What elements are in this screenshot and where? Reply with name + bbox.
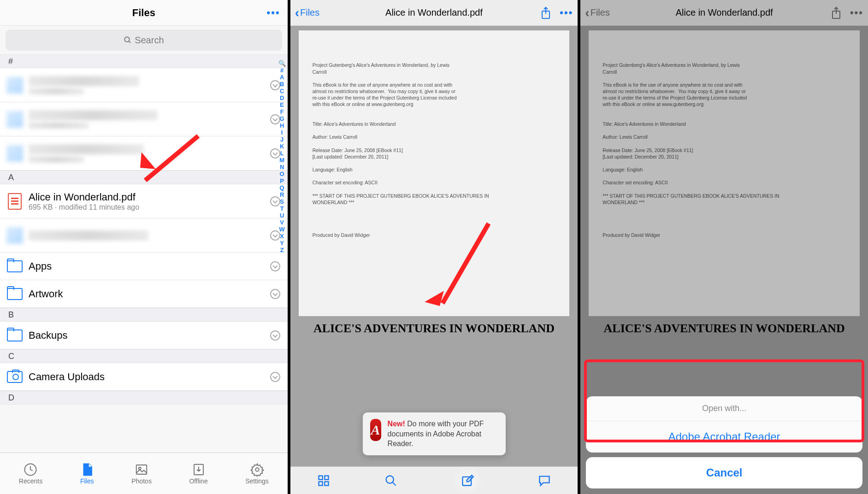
list-item[interactable]: [0, 218, 288, 253]
folder-icon: [6, 286, 23, 302]
folder-artwork[interactable]: Artwork: [0, 280, 288, 308]
nav-bar: Files •••: [0, 0, 288, 26]
svg-rect-3: [136, 465, 147, 474]
file-icon: [80, 463, 94, 476]
folder-icon: [6, 327, 23, 344]
tab-photos[interactable]: Photos: [131, 463, 152, 485]
alpha-index[interactable]: 🔍#ABCDEFGHIJKLMNOPQRSTUVWXYZ: [278, 60, 286, 253]
folder-apps[interactable]: Apps: [0, 253, 288, 280]
files-list[interactable]: # A Alice in Wonderland.pdf 695 KB · mod…: [0, 54, 288, 453]
svg-point-0: [124, 37, 130, 42]
tab-settings[interactable]: Settings: [245, 463, 269, 485]
section-header: C: [0, 349, 288, 363]
folder-label: Backups: [29, 329, 67, 341]
gear-icon: [250, 463, 264, 476]
cancel-button[interactable]: Cancel: [586, 457, 862, 488]
folder-label: Camera Uploads: [29, 371, 105, 383]
folder-label: Apps: [29, 260, 52, 272]
sheet-header: Open with...: [586, 396, 862, 421]
chevron-down-icon[interactable]: [270, 261, 280, 271]
pdf-icon: [6, 193, 23, 210]
tab-offline[interactable]: Offline: [189, 463, 207, 485]
list-item[interactable]: [0, 136, 288, 171]
svg-line-1: [129, 41, 130, 43]
clock-icon: [24, 463, 37, 476]
folder-camera-uploads[interactable]: Camera Uploads: [0, 363, 288, 391]
chevron-down-icon[interactable]: [270, 330, 280, 341]
list-item[interactable]: [0, 68, 288, 102]
section-header: B: [0, 308, 288, 322]
list-item[interactable]: [0, 102, 288, 136]
search-placeholder: Search: [135, 35, 164, 46]
image-icon: [135, 463, 148, 476]
section-header: D: [0, 391, 288, 405]
search-input[interactable]: Search: [6, 29, 282, 51]
folder-label: Artwork: [29, 288, 63, 300]
camera-icon: [6, 369, 23, 385]
chevron-down-icon[interactable]: [270, 289, 280, 299]
search-icon: [124, 36, 132, 44]
chevron-down-icon[interactable]: [270, 372, 280, 382]
file-row-alice[interactable]: Alice in Wonderland.pdf 695 KB · modifie…: [0, 184, 288, 218]
action-sheet: Open with... Adobe Acrobat Reader Cancel: [586, 396, 862, 488]
tab-recents[interactable]: Recents: [19, 463, 42, 485]
open-with-screen: ‹Files Alice in Wonderland.pdf ••• Proje…: [578, 0, 868, 494]
tab-files[interactable]: Files: [80, 463, 94, 485]
svg-point-6: [255, 468, 259, 471]
download-icon: [192, 463, 206, 476]
file-name: Alice in Wonderland.pdf: [29, 191, 139, 203]
tab-bar: Recents Files Photos Offline Settings: [0, 453, 288, 494]
page-title: Files: [132, 7, 155, 19]
folder-backups[interactable]: Backups: [0, 322, 288, 349]
pdf-preview-screen: ‹Files Alice in Wonderland.pdf ••• Proje…: [288, 0, 578, 494]
more-button[interactable]: •••: [267, 7, 280, 19]
files-list-screen: Files ••• Search # A Alice in Wonderland…: [0, 0, 288, 494]
section-header: A: [0, 171, 288, 184]
file-meta: 695 KB · modified 11 minutes ago: [29, 203, 139, 212]
folder-icon: [6, 258, 23, 275]
sheet-option-adobe[interactable]: Adobe Acrobat Reader: [586, 421, 862, 453]
section-header: #: [0, 54, 288, 68]
